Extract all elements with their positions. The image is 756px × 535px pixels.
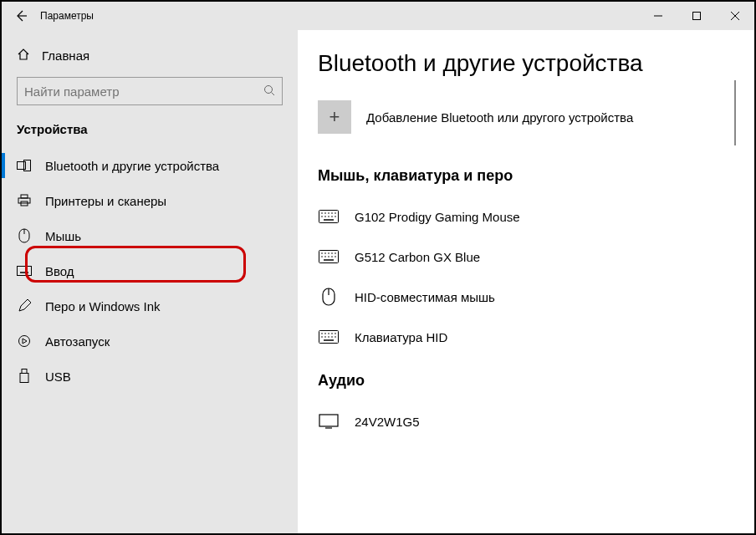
svg-point-25 xyxy=(324,212,326,214)
sidebar-item-label: Мышь xyxy=(45,229,81,243)
svg-point-43 xyxy=(328,256,329,257)
svg-point-31 xyxy=(328,216,329,217)
sidebar-heading: Устройства xyxy=(2,117,298,148)
sidebar-item-label: Ввод xyxy=(45,264,74,278)
svg-point-37 xyxy=(324,252,326,254)
svg-point-39 xyxy=(331,252,333,254)
mouse-icon xyxy=(17,228,32,243)
svg-point-27 xyxy=(331,212,333,214)
svg-point-45 xyxy=(335,256,336,257)
sidebar-item-typing[interactable]: Ввод xyxy=(2,253,298,288)
home-link[interactable]: Главная xyxy=(2,38,298,72)
keyboard-icon xyxy=(17,266,32,276)
device-name: G102 Prodigy Gaming Mouse xyxy=(355,210,520,224)
svg-point-51 xyxy=(324,333,326,334)
maximize-button[interactable] xyxy=(677,2,716,30)
sidebar-item-pen[interactable]: Перо и Windows Ink xyxy=(2,288,298,324)
devices-icon xyxy=(17,160,32,171)
svg-rect-22 xyxy=(20,374,28,383)
minimize-button[interactable] xyxy=(639,2,677,30)
section-heading-audio: Аудио xyxy=(318,372,746,390)
svg-rect-21 xyxy=(22,369,27,374)
search-input[interactable] xyxy=(24,84,263,99)
sidebar-item-printers[interactable]: Принтеры и сканеры xyxy=(2,183,298,218)
search-input-wrap[interactable] xyxy=(17,77,283,105)
sidebar-item-mouse[interactable]: Мышь xyxy=(2,218,298,253)
section-heading-input: Мышь, клавиатура и перо xyxy=(318,167,746,185)
device-item[interactable]: Клавиатура HID xyxy=(318,317,746,357)
sidebar-item-label: Принтеры и сканеры xyxy=(45,194,166,208)
svg-rect-61 xyxy=(319,415,338,426)
sidebar-item-label: Перо и Windows Ink xyxy=(45,299,161,313)
svg-line-5 xyxy=(272,92,275,95)
svg-point-42 xyxy=(324,256,326,257)
add-device-row[interactable]: + Добавление Bluetooth или другого устро… xyxy=(318,100,746,134)
device-name: G512 Carbon GX Blue xyxy=(355,250,480,264)
keyboard-icon xyxy=(318,330,340,344)
sidebar-item-autoplay[interactable]: Автозапуск xyxy=(2,324,298,359)
usb-icon xyxy=(17,369,32,384)
device-name: 24V2W1G5 xyxy=(355,415,420,429)
sidebar-item-label: Bluetooth и другие устройства xyxy=(45,159,219,173)
search-icon xyxy=(263,84,275,99)
sidebar: Главная Устройства Bluetooth и другие ус… xyxy=(2,30,298,533)
device-item[interactable]: HID-совместимая мышь xyxy=(318,277,746,317)
svg-point-36 xyxy=(321,252,323,254)
home-label: Главная xyxy=(42,48,89,63)
svg-point-24 xyxy=(321,212,323,214)
svg-point-29 xyxy=(321,216,323,217)
main-panel: Bluetooth и другие устройства + Добавлен… xyxy=(298,30,754,533)
keyboard-icon xyxy=(318,250,340,263)
home-icon xyxy=(17,48,30,64)
scrollbar[interactable] xyxy=(734,80,736,145)
svg-point-44 xyxy=(331,256,333,257)
add-device-label: Добавление Bluetooth или другого устройс… xyxy=(366,110,633,125)
close-button[interactable] xyxy=(716,2,754,30)
monitor-icon xyxy=(318,414,340,429)
device-item[interactable]: G102 Prodigy Gaming Mouse xyxy=(318,196,746,237)
pen-icon xyxy=(17,299,32,313)
svg-point-54 xyxy=(335,333,336,334)
plus-icon: + xyxy=(318,100,351,134)
svg-point-26 xyxy=(328,212,329,214)
window-title: Параметры xyxy=(40,10,94,22)
svg-rect-1 xyxy=(693,13,701,20)
svg-point-56 xyxy=(324,336,326,338)
svg-point-32 xyxy=(331,216,333,217)
sidebar-item-label: USB xyxy=(45,369,71,384)
svg-point-40 xyxy=(335,252,336,254)
page-title: Bluetooth и другие устройства xyxy=(318,50,746,77)
svg-point-55 xyxy=(321,336,323,338)
svg-point-30 xyxy=(324,216,326,217)
svg-point-52 xyxy=(328,333,329,334)
device-name: HID-совместимая мышь xyxy=(355,290,495,304)
device-name: Клавиатура HID xyxy=(355,330,447,344)
back-button[interactable] xyxy=(2,9,40,23)
svg-rect-8 xyxy=(21,195,28,198)
sidebar-item-bluetooth[interactable]: Bluetooth и другие устройства xyxy=(2,148,298,183)
svg-point-57 xyxy=(328,336,329,338)
printer-icon xyxy=(17,194,32,207)
svg-rect-9 xyxy=(18,198,30,203)
svg-point-53 xyxy=(331,333,333,334)
sidebar-item-label: Автозапуск xyxy=(45,334,110,349)
keyboard-icon xyxy=(318,210,340,223)
mouse-icon xyxy=(318,288,340,306)
svg-point-50 xyxy=(321,333,323,334)
svg-point-33 xyxy=(335,216,336,217)
device-item[interactable]: G512 Carbon GX Blue xyxy=(318,237,746,277)
svg-point-38 xyxy=(328,252,329,254)
device-item[interactable]: 24V2W1G5 xyxy=(318,401,746,441)
autoplay-icon xyxy=(17,334,32,348)
svg-point-4 xyxy=(265,85,273,93)
titlebar: Параметры xyxy=(2,2,754,30)
svg-point-59 xyxy=(335,336,336,338)
svg-point-28 xyxy=(335,212,336,214)
svg-point-58 xyxy=(331,336,333,338)
svg-rect-13 xyxy=(18,267,32,276)
sidebar-item-usb[interactable]: USB xyxy=(2,359,298,394)
svg-point-41 xyxy=(321,256,323,257)
svg-point-20 xyxy=(19,336,30,347)
